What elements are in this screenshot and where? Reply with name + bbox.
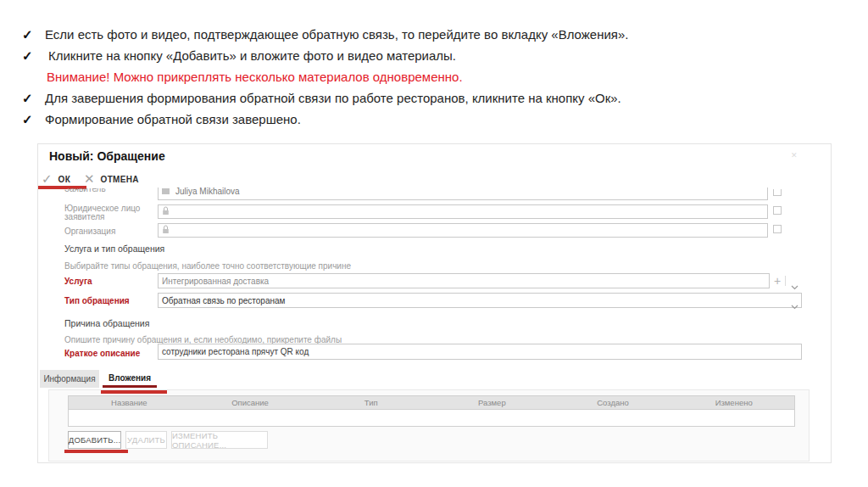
column-header: Изменено [673,396,794,409]
column-header: Название [69,396,190,409]
short-description-field[interactable]: сотрудники ресторана прячут QR код [158,344,802,360]
close-icon[interactable]: ✕ [791,151,798,160]
instruction-text: Для завершения формирования обратной свя… [45,90,621,107]
checkmark-icon: ✓ [22,26,33,43]
request-type-field[interactable]: Обратная связь по ресторанам [158,293,802,308]
warning-text: Внимание! Можно прикреплять несколько ма… [47,69,463,86]
organization-field[interactable] [158,223,768,238]
organization-label: Организация [64,227,115,236]
form-title: Новый: Обращение [49,149,165,163]
service-type-hint: Выбирайте типы обращения, наиболее точно… [64,261,351,271]
section-reason: Причина обращения [64,318,149,328]
separator [785,276,786,286]
checkmark-icon: ✓ [22,111,33,128]
contact-icon [162,188,170,194]
instruction-text: Формирование обратной связи завершено. [45,111,301,128]
service-value: Интегрированная доставка [162,277,269,286]
lookup-icon[interactable] [773,189,782,196]
annotation-underline-attachments [101,390,167,394]
ok-button-label: ОК [58,175,70,184]
cross-icon: ✕ [84,171,95,187]
applicant-label: Заявитель [64,188,106,197]
ok-button[interactable]: ✓ ОК [42,171,70,187]
column-header: Размер [431,396,553,409]
instruction-text: Если есть фото и видео, подтверждающее о… [45,26,628,43]
section-service-type: Услуга и тип обращения [64,244,164,254]
lookup-icon[interactable] [773,206,782,215]
checkmark-icon: ✓ [22,48,33,64]
cancel-button[interactable]: ✕ ОТМЕНА [84,171,139,187]
chevron-down-icon[interactable] [791,278,798,294]
request-form-screenshot: Новый: Обращение ✕ ✓ ОК ✕ ОТМЕНА Заявите… [37,143,832,463]
short-description-value: сотрудники ресторана прячут QR код [162,347,309,356]
column-header: Описание [190,396,311,409]
request-type-label: Тип обращения [64,296,130,305]
request-type-value: Обратная связь по ресторанам [162,296,285,305]
legal-entity-label: Юридическое лицо заявителя [64,204,140,221]
slide-page: ✓ Если есть фото и видео, подтверждающее… [0,0,868,487]
attachments-table: Название Описание Тип Размер Создано Изм… [68,395,795,427]
service-field[interactable]: Интегрированная доставка [158,273,770,288]
cancel-button-label: ОТМЕНА [101,175,139,184]
legal-entity-field[interactable] [158,204,768,219]
instruction-text: Кликните на кнопку «Добавить» и вложите … [48,48,456,64]
short-description-label: Краткое описание [64,349,140,358]
add-attachment-button[interactable]: ДОБАВИТЬ... [68,431,121,449]
add-service-icon[interactable]: + [774,274,781,288]
annotation-underline-add [64,450,128,453]
checkmark-icon: ✓ [22,90,33,107]
column-header: Создано [553,396,674,409]
check-icon: ✓ [42,171,53,187]
applicant-value: Juliya Mikhailova [175,188,240,196]
lock-icon [162,206,170,217]
column-header: Тип [310,396,431,409]
delete-attachment-button[interactable]: УДАЛИТЬ [125,431,167,449]
chevron-down-icon[interactable] [791,298,798,313]
edit-description-button[interactable]: ИЗМЕНИТЬ ОПИСАНИЕ... [171,431,268,449]
tab-information[interactable]: Информация [40,370,99,388]
lock-icon [162,225,170,236]
service-label: Услуга [64,277,92,286]
attachments-table-header: Название Описание Тип Размер Создано Изм… [68,395,795,410]
applicant-field[interactable]: Juliya Mikhailova [158,188,768,200]
lookup-icon[interactable] [773,225,782,233]
attachments-table-empty-row [68,410,795,427]
tab-attachments[interactable]: Вложения [103,370,157,388]
